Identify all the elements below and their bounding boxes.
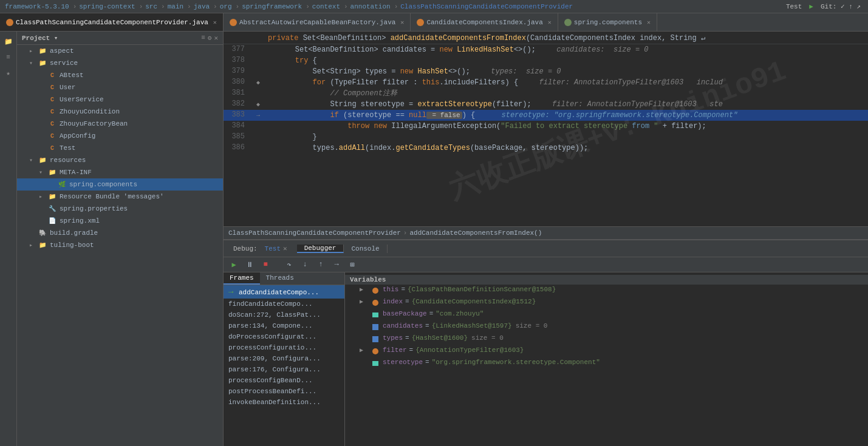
debug-session-label[interactable]: Test bbox=[265, 245, 281, 252]
sidebar-item-springprops[interactable]: 🔧 spring.properties bbox=[17, 203, 223, 215]
java-file-icon: C bbox=[47, 143, 57, 153]
sidebar-item-resources[interactable]: ▾ 📁 resources bbox=[17, 154, 223, 166]
sidebar-item-test[interactable]: C Test bbox=[17, 142, 223, 154]
sidebar-item-zhouyufactorybean[interactable]: C ZhouyuFactoryBean bbox=[17, 118, 223, 130]
sidebar-item-resourcebundle[interactable]: ▸ 📁 Resource Bundle 'messages' bbox=[17, 191, 223, 203]
run-to-cursor-button[interactable]: → bbox=[330, 258, 343, 271]
breadcrumb-java[interactable]: java bbox=[194, 3, 210, 10]
breadcrumb-src[interactable]: src bbox=[145, 3, 157, 10]
gutter bbox=[251, 44, 265, 55]
resume-button[interactable]: ▶ bbox=[227, 258, 241, 271]
tab-candidateindex[interactable]: CandidateComponentsIndex.java ✕ bbox=[411, 13, 558, 31]
frame-item-4[interactable]: doProcessConfigurat... bbox=[224, 331, 344, 342]
var-types[interactable]: types = {HashSet@1600} size = 0 bbox=[345, 333, 868, 345]
stop-button[interactable]: ■ bbox=[259, 258, 272, 271]
frame-item-3[interactable]: parse:134, Compone... bbox=[224, 320, 344, 331]
var-size: size = 0 bbox=[516, 322, 548, 329]
sidebar-item-springxml[interactable]: 📄 spring.xml bbox=[17, 215, 223, 227]
sidebar-item-zhouyucondition[interactable]: C ZhouyuCondition bbox=[17, 106, 223, 118]
tab-classpathscanning[interactable]: ClassPathScanningCandidateComponentProvi… bbox=[0, 13, 224, 31]
sidebar-item-appconfig[interactable]: C AppConfig bbox=[17, 130, 223, 142]
expand-arrow: ▾ bbox=[29, 59, 38, 67]
breadcrumb-context[interactable]: context bbox=[312, 3, 340, 10]
sidebar-close-btn[interactable]: ✕ bbox=[214, 34, 218, 42]
breadcrumb-framework[interactable]: framework-5.3.10 bbox=[5, 3, 69, 10]
tab-close-button[interactable]: ✕ bbox=[213, 19, 217, 26]
code-editor[interactable]: 六收正版课+v: Kuinio91 private Set<BeanDefini… bbox=[224, 32, 868, 226]
expand-arrow: ▾ bbox=[39, 169, 47, 176]
var-obj-icon bbox=[371, 298, 380, 308]
breadcrumb-current-file[interactable]: ClassPathScanningCandidateComponentProvi… bbox=[400, 3, 573, 10]
gutter bbox=[251, 132, 265, 143]
breadcrumb-main[interactable]: main bbox=[168, 3, 183, 10]
tab-abstractautowire[interactable]: AbstractAutowireCapableBeanFactory.java … bbox=[224, 13, 411, 31]
sidebar-item-aspect[interactable]: ▸ 📁 aspect bbox=[17, 45, 223, 57]
sidebar-item-springcomponents[interactable]: 🌿 spring.components bbox=[17, 178, 223, 191]
var-eq: = bbox=[425, 359, 429, 366]
line-number: 383 bbox=[224, 110, 251, 121]
structure-button[interactable]: ≡ bbox=[1, 50, 16, 64]
sidebar-item-buildgradle[interactable]: 🐘 build.gradle bbox=[17, 227, 223, 239]
pause-button[interactable]: ⏸ bbox=[243, 258, 256, 271]
breadcrumb-method[interactable]: addCandidateComponentsFromIndex() bbox=[409, 229, 542, 237]
sidebar-header: Project ▾ ≡ ⚙ ✕ bbox=[17, 32, 223, 45]
sidebar-item-user[interactable]: C User bbox=[17, 81, 223, 93]
line-number: 381 bbox=[224, 88, 251, 99]
var-value: {CandidateComponentsIndex@1512} bbox=[412, 298, 536, 305]
run-button[interactable]: ▶ bbox=[809, 2, 813, 10]
tab-close-button-4[interactable]: ✕ bbox=[647, 19, 651, 26]
sidebar-item-userservice[interactable]: C UserService bbox=[17, 93, 223, 106]
tab-close-button-3[interactable]: ✕ bbox=[548, 19, 552, 26]
frame-item-5[interactable]: processConfiguratio... bbox=[224, 342, 344, 353]
sidebar-item-metainf[interactable]: ▾ 📁 META-INF bbox=[17, 166, 223, 178]
frame-item-8[interactable]: processConfigBeanD... bbox=[224, 375, 344, 386]
tab-frames[interactable]: Frames bbox=[224, 272, 260, 285]
sidebar-toggle-button[interactable]: 📁 bbox=[1, 34, 16, 49]
code-table: 377 Set<BeanDefinition> candidates = new… bbox=[224, 44, 868, 154]
var-basepackage[interactable]: basePackage = "com.zhouyu" bbox=[345, 309, 868, 321]
top-navigation-bar: framework-5.3.10 › spring-context › src … bbox=[0, 0, 868, 13]
tab-label-4: spring.components bbox=[574, 19, 642, 26]
step-over-button[interactable]: ↷ bbox=[282, 258, 296, 271]
frame-item-6[interactable]: parse:209, Configura... bbox=[224, 353, 344, 364]
sidebar-settings-btn[interactable]: ⚙ bbox=[208, 34, 212, 42]
sidebar-item-label: UserService bbox=[60, 96, 104, 103]
tab-console[interactable]: Console bbox=[344, 245, 387, 253]
frame-item-2[interactable]: doScan:272, ClassPat... bbox=[224, 309, 344, 320]
var-index[interactable]: ▶ index = {CandidateComponentsIndex@1512… bbox=[345, 297, 868, 309]
tab-close-button-2[interactable]: ✕ bbox=[400, 19, 404, 26]
frame-item-10[interactable]: invokeBeanDefinition... bbox=[224, 397, 344, 408]
sidebar-item-tulingboot[interactable]: ▸ 📁 tuling-boot bbox=[17, 239, 223, 251]
breadcrumb-spring-context[interactable]: spring-context bbox=[79, 3, 135, 10]
frame-item-0[interactable]: → addCandidateCompo... bbox=[224, 285, 344, 299]
var-obj-icon bbox=[371, 346, 380, 356]
sidebar-collapse-btn[interactable]: ≡ bbox=[201, 34, 205, 42]
breadcrumb-annotation[interactable]: annotation bbox=[350, 3, 391, 10]
evaluate-button[interactable]: ⊞ bbox=[346, 258, 359, 271]
var-stereotype[interactable]: stereotype = "org.springframework.stereo… bbox=[345, 357, 868, 370]
frame-item-9[interactable]: postProcessBeanDefi... bbox=[224, 386, 344, 397]
sidebar-item-abtest[interactable]: C ABtest bbox=[17, 69, 223, 81]
run-config-label: Test bbox=[786, 3, 802, 10]
step-out-button[interactable]: ↑ bbox=[314, 258, 327, 271]
debug-session-close[interactable]: ✕ bbox=[283, 245, 287, 252]
tab-debugger[interactable]: Debugger bbox=[297, 245, 344, 253]
step-into-button[interactable]: ↓ bbox=[298, 258, 312, 271]
sidebar-panel: Project ▾ ≡ ⚙ ✕ ▸ 📁 aspect ▾ 📁 service C… bbox=[17, 32, 224, 446]
var-this[interactable]: ▶ this = {ClassPathBeanDefinitionScanner… bbox=[345, 285, 868, 297]
var-filter[interactable]: ▶ filter = {AnnotationTypeFilter@1603} bbox=[345, 345, 868, 357]
frame-item-1[interactable]: findCandidateCompo... bbox=[224, 299, 344, 309]
var-obj-icon bbox=[371, 286, 380, 296]
tab-threads[interactable]: Threads bbox=[260, 272, 300, 285]
var-candidates[interactable]: candidates = {LinkedHashSet@1597} size =… bbox=[345, 321, 868, 333]
java-file-icon bbox=[6, 19, 13, 26]
favorites-button[interactable]: ★ bbox=[1, 66, 16, 80]
frame-item-7[interactable]: parse:176, Configura... bbox=[224, 364, 344, 375]
breadcrumb-springframework[interactable]: springframework bbox=[242, 3, 302, 10]
breadcrumb-org[interactable]: org bbox=[220, 3, 232, 10]
tab-springcomponents[interactable]: spring.components ✕ bbox=[558, 13, 657, 31]
breadcrumb-class[interactable]: ClassPathScanningCandidateComponentProvi… bbox=[228, 229, 401, 237]
folder-icon: 📁 bbox=[38, 240, 47, 250]
var-value: {AnnotationTypeFilter@1603} bbox=[415, 346, 524, 354]
sidebar-item-service[interactable]: ▾ 📁 service bbox=[17, 57, 223, 69]
